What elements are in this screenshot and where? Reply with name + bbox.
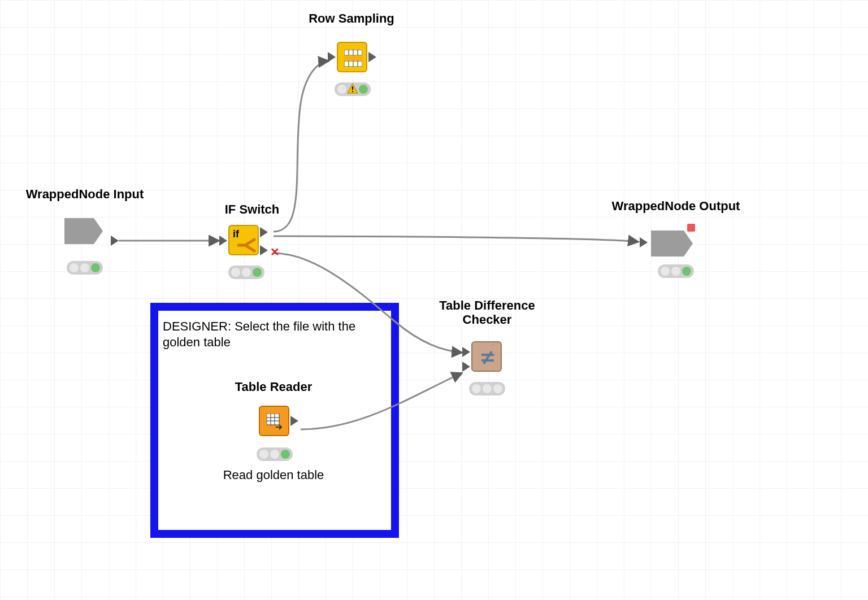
row-sampling-status bbox=[335, 82, 371, 96]
svg-marker-11 bbox=[651, 231, 693, 256]
table-diff-label: Table Difference Checker bbox=[439, 298, 535, 327]
if-switch-in-port[interactable] bbox=[219, 236, 227, 246]
not-equal-icon bbox=[479, 349, 496, 366]
if-switch-label: IF Switch bbox=[225, 202, 280, 217]
svg-line-19 bbox=[484, 351, 492, 364]
if-switch-out-port-top[interactable] bbox=[260, 227, 268, 237]
table-diff-in-port-bottom[interactable] bbox=[462, 362, 470, 372]
row-sampling-out-port[interactable] bbox=[368, 52, 376, 62]
table-diff-node[interactable] bbox=[471, 341, 502, 372]
lock-icon bbox=[687, 224, 695, 232]
if-switch-status bbox=[228, 266, 264, 279]
annotation-text: DESIGNER: Select the file with the golde… bbox=[163, 319, 389, 350]
table-reader-label: Table Reader bbox=[235, 380, 313, 394]
table-reader-out-port[interactable] bbox=[290, 416, 298, 426]
row-sampling-label: Row Sampling bbox=[309, 11, 394, 26]
svg-marker-0 bbox=[64, 218, 103, 244]
workflow-canvas[interactable]: DESIGNER: Select the file with the golde… bbox=[0, 0, 868, 600]
row-sampling-in-port[interactable] bbox=[328, 52, 336, 62]
table-diff-status bbox=[469, 382, 505, 395]
wrapped-input-node[interactable] bbox=[62, 210, 110, 254]
if-switch-out-port-bottom[interactable] bbox=[260, 245, 268, 255]
table-read-icon bbox=[267, 414, 284, 431]
inactive-branch-icon: ✕ bbox=[270, 245, 280, 259]
grid-icon bbox=[344, 50, 362, 67]
wrapped-output-in-port[interactable] bbox=[640, 237, 648, 247]
table-reader-status bbox=[257, 447, 293, 461]
svg-rect-9 bbox=[352, 86, 353, 90]
wrapped-input-label: WrappedNode Input bbox=[26, 187, 144, 202]
connectors-layer bbox=[0, 0, 868, 600]
table-reader-node[interactable] bbox=[259, 406, 289, 436]
switch-fork-icon bbox=[237, 237, 257, 254]
wrapped-input-out-port[interactable] bbox=[111, 236, 119, 246]
wrapped-output-node[interactable] bbox=[648, 223, 698, 267]
row-sampling-node[interactable] bbox=[337, 42, 367, 72]
wrapped-input-status bbox=[67, 261, 103, 275]
warning-icon bbox=[348, 85, 357, 94]
wrapped-output-label: WrappedNode Output bbox=[612, 199, 740, 214]
svg-rect-7 bbox=[344, 55, 362, 61]
table-diff-in-port-top[interactable] bbox=[462, 347, 470, 357]
svg-rect-12 bbox=[267, 414, 279, 425]
if-switch-node[interactable]: if bbox=[228, 225, 259, 255]
table-reader-sublabel: Read golden table bbox=[223, 468, 324, 482]
wrapped-output-status bbox=[658, 264, 694, 278]
svg-rect-10 bbox=[352, 91, 353, 92]
